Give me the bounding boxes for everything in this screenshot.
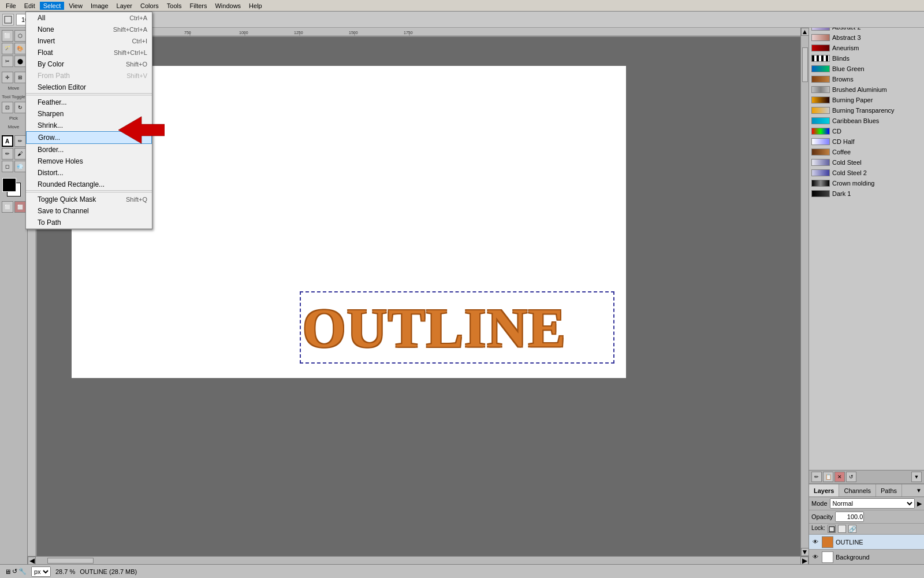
hscroll-right[interactable]: ▶ bbox=[800, 557, 808, 565]
menu-layer[interactable]: Layer bbox=[113, 2, 136, 10]
menu-file[interactable]: File bbox=[2, 2, 20, 10]
menu-item-border[interactable]: Border... bbox=[26, 144, 152, 155]
menu-colors[interactable]: Colors bbox=[137, 2, 162, 10]
menu-item-save-to-channel[interactable]: Save to Channel bbox=[26, 205, 152, 217]
vscroll-down[interactable]: ▼ bbox=[801, 548, 809, 556]
menu-windows[interactable]: Windows bbox=[211, 2, 244, 10]
tool-scissors[interactable]: ✂ bbox=[2, 55, 13, 67]
layer-row-background[interactable]: 👁 Background bbox=[809, 550, 924, 565]
tab-channels[interactable]: Channels bbox=[839, 484, 875, 497]
lock-alpha[interactable]: 🔲 bbox=[828, 525, 836, 533]
tool-pencil[interactable]: ✏ bbox=[2, 148, 13, 160]
menu-item-all[interactable]: All Ctrl+A bbox=[26, 12, 152, 24]
menu-item-sharpen[interactable]: Sharpen bbox=[26, 108, 152, 120]
gradient-item[interactable]: Cold Steel bbox=[809, 157, 924, 168]
gradient-item[interactable]: Blinds bbox=[809, 53, 924, 64]
lock-move[interactable] bbox=[838, 525, 846, 533]
menu-item-grow[interactable]: Grow... bbox=[26, 131, 152, 144]
tool-align[interactable]: ⊞ bbox=[14, 72, 26, 83]
menu-item-invert[interactable]: Invert Ctrl+I bbox=[26, 35, 152, 47]
tool-rect-select[interactable]: ⬜ bbox=[2, 30, 13, 42]
hscroll-thumb[interactable] bbox=[47, 558, 94, 564]
menu-edit[interactable]: Edit bbox=[21, 2, 39, 10]
gradient-item[interactable]: Brushed Aluminium bbox=[809, 84, 924, 95]
menu-label-invert: Invert bbox=[38, 37, 55, 45]
gradient-new-icon[interactable]: 📋 bbox=[823, 472, 833, 482]
gradient-item[interactable]: Browns bbox=[809, 74, 924, 84]
vscroll-thumb[interactable] bbox=[802, 47, 808, 82]
tool-paintbrush[interactable]: 🖌 bbox=[14, 148, 26, 160]
gradient-item[interactable]: CD bbox=[809, 126, 924, 136]
lock-all[interactable]: 🔗 bbox=[848, 525, 856, 533]
gradient-refresh-icon[interactable]: ↺ bbox=[846, 472, 856, 482]
gradient-item[interactable]: Blue Green bbox=[809, 64, 924, 74]
opacity-input[interactable] bbox=[835, 512, 864, 522]
menu-label-feather: Feather... bbox=[38, 98, 67, 106]
gradient-delete-icon[interactable]: ✕ bbox=[834, 472, 845, 482]
tab-layers[interactable]: Layers bbox=[809, 484, 839, 497]
tool-quick-mask[interactable]: ⬜ bbox=[14, 201, 26, 213]
gradient-name: Cold Steel bbox=[832, 159, 862, 166]
tool-rotate[interactable]: ↻ bbox=[14, 102, 26, 113]
tool-foreground-select[interactable]: ⬤ bbox=[14, 55, 26, 67]
gradient-item[interactable]: Caribbean Blues bbox=[809, 116, 924, 126]
tool-fuzzy-select[interactable]: 🪄 bbox=[2, 43, 13, 54]
tool-move[interactable]: ✛ bbox=[2, 72, 13, 83]
gradient-menu-icon[interactable]: ▼ bbox=[911, 472, 922, 482]
menu-view[interactable]: View bbox=[65, 2, 86, 10]
gradient-item[interactable]: Crown molding bbox=[809, 178, 924, 188]
tool-normal-mode[interactable]: ⬜ bbox=[2, 201, 13, 213]
gradient-item[interactable]: Abstract 3 bbox=[809, 32, 924, 43]
menu-item-float[interactable]: Float Shift+Ctrl+L bbox=[26, 47, 152, 58]
layer-eye-outline[interactable]: 👁 bbox=[811, 538, 819, 546]
menu-label-all: All bbox=[38, 14, 45, 22]
gradient-item[interactable]: Aneurism bbox=[809, 43, 924, 53]
foreground-color-swatch[interactable] bbox=[2, 178, 16, 192]
gradient-item[interactable]: Burning Paper bbox=[809, 95, 924, 105]
tool-crop[interactable]: ⊡ bbox=[2, 102, 13, 113]
menu-item-distort[interactable]: Distort... bbox=[26, 167, 152, 179]
tool-select-by-color[interactable]: 🎨 bbox=[14, 43, 26, 54]
menu-item-from-path[interactable]: From Path Shift+V bbox=[26, 70, 152, 81]
menu-item-to-path[interactable]: To Path bbox=[26, 217, 152, 228]
menu-filters[interactable]: Filters bbox=[187, 2, 211, 10]
tab-paths[interactable]: Paths bbox=[876, 484, 902, 497]
menu-label-float: Float bbox=[38, 49, 53, 57]
statusbar-unit-select[interactable]: px bbox=[31, 566, 51, 577]
gradient-swatch bbox=[811, 97, 830, 103]
menu-image[interactable]: Image bbox=[87, 2, 112, 10]
hscroll-left[interactable]: ◀ bbox=[28, 557, 36, 565]
ruler-top: 250 500 750 1000 1250 1500 1750 bbox=[37, 28, 808, 37]
toolbar-icon[interactable] bbox=[2, 14, 14, 25]
menu-select[interactable]: Select bbox=[40, 2, 65, 10]
tool-path[interactable]: ✏ bbox=[14, 135, 26, 147]
tool-eraser[interactable]: ◻ bbox=[2, 161, 13, 172]
tool-free-select[interactable]: ⬡ bbox=[14, 30, 26, 42]
mode-select[interactable]: Normal bbox=[830, 498, 915, 509]
layer-thumb-outline bbox=[822, 536, 833, 548]
menu-item-feather[interactable]: Feather... bbox=[26, 97, 152, 108]
layers-menu-btn[interactable]: ▼ bbox=[914, 486, 924, 495]
gradient-item[interactable]: CD Half bbox=[809, 136, 924, 147]
tool-text[interactable]: A bbox=[2, 135, 13, 147]
menu-item-shrink[interactable]: Shrink... bbox=[26, 120, 152, 131]
menu-item-selection-editor[interactable]: Selection Editor bbox=[26, 81, 152, 93]
menu-help[interactable]: Help bbox=[245, 2, 266, 10]
gradient-item[interactable]: Burning Transparency bbox=[809, 105, 924, 116]
menu-item-rounded-rectangle[interactable]: Rounded Rectangle... bbox=[26, 179, 152, 190]
gradient-edit-icon[interactable]: ✏ bbox=[811, 472, 822, 482]
layer-row-outline[interactable]: 👁 OUTLINE bbox=[809, 535, 924, 550]
layer-eye-background[interactable]: 👁 bbox=[811, 553, 819, 561]
menu-item-by-color[interactable]: By Color Shift+O bbox=[26, 58, 152, 70]
menu-item-remove-holes[interactable]: Remove Holes bbox=[26, 155, 152, 167]
layers-expand-btn[interactable]: ▶ bbox=[917, 500, 922, 507]
gradient-item[interactable]: Coffee bbox=[809, 147, 924, 157]
tool-airbrush[interactable]: 💨 bbox=[14, 161, 26, 172]
menu-tools[interactable]: Tools bbox=[163, 2, 185, 10]
vscroll-up[interactable]: ▲ bbox=[801, 28, 809, 36]
gradient-item[interactable]: Dark 1 bbox=[809, 188, 924, 199]
gradient-item[interactable]: Cold Steel 2 bbox=[809, 168, 924, 178]
menu-item-toggle-quick-mask[interactable]: Toggle Quick Mask Shift+Q bbox=[26, 194, 152, 205]
menu-item-none[interactable]: None Shift+Ctrl+A bbox=[26, 24, 152, 35]
zoom-controls: 🖥 ↺ 🔧 bbox=[5, 568, 27, 575]
